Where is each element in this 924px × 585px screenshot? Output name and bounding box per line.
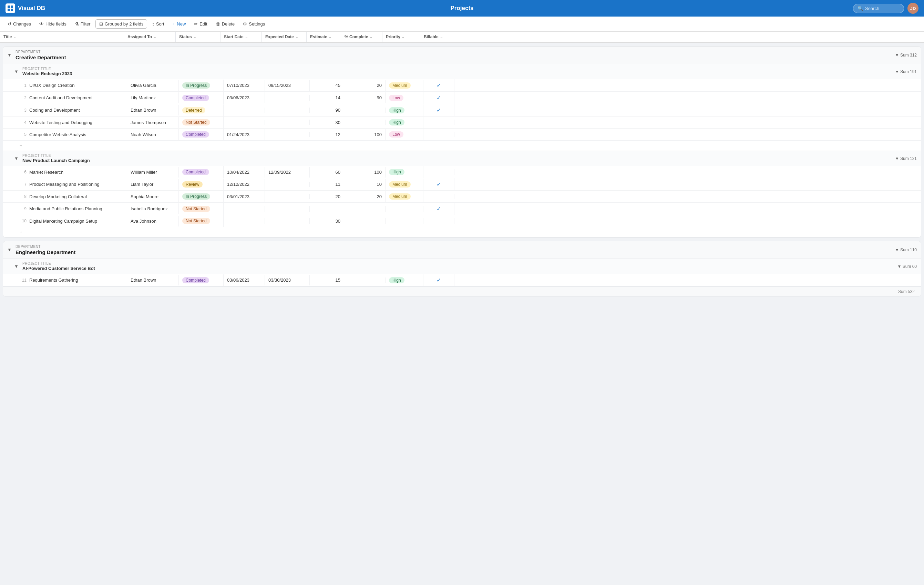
proj-name-launch: New Product Launch Campaign bbox=[22, 158, 90, 163]
col-header-complete[interactable]: % Complete ⌄ bbox=[341, 32, 383, 42]
dept-sum-engineering: ▼ Sum 110 bbox=[895, 248, 917, 252]
cell-status-3: Deferred bbox=[179, 104, 224, 116]
cell-estimate-9 bbox=[310, 206, 344, 212]
new-label: New bbox=[177, 21, 186, 26]
task-title-3: Coding and Development bbox=[29, 107, 80, 113]
col-header-assigned[interactable]: Assigned To ⌄ bbox=[124, 32, 176, 42]
settings-button[interactable]: ⚙ Settings bbox=[239, 20, 268, 28]
cell-complete-3 bbox=[344, 107, 386, 113]
col-header-title[interactable]: Title ⌄ bbox=[0, 32, 124, 42]
billable-check-9: ✓ bbox=[437, 205, 441, 212]
row-num-8: 8 bbox=[20, 194, 26, 199]
col-header-start[interactable]: Start Date ⌄ bbox=[221, 32, 262, 42]
cell-title-10: 10 Digital Marketing Campaign Setup bbox=[3, 216, 127, 226]
status-badge-10: Not Started bbox=[182, 218, 210, 224]
task-title-7: Product Messaging and Positioning bbox=[29, 182, 99, 187]
cell-expected-8 bbox=[265, 194, 310, 199]
cell-complete-4 bbox=[344, 120, 386, 125]
table-row: 11 Requirements Gathering Ethan Brown Co… bbox=[3, 274, 921, 286]
cell-billable-11: ✓ bbox=[423, 274, 454, 286]
table-row: 3 Coding and Development Ethan Brown Def… bbox=[3, 104, 921, 117]
cell-estimate-8: 20 bbox=[310, 191, 344, 202]
cell-status-4: Not Started bbox=[179, 117, 224, 128]
col-header-status[interactable]: Status ⌄ bbox=[176, 32, 221, 42]
project-header-launch: ▼ PROJECT TITLE New Product Launch Campa… bbox=[3, 151, 921, 166]
sort-label: Sort bbox=[156, 21, 164, 26]
column-headers: Title ⌄ Assigned To ⌄ Status ⌄ Start Dat… bbox=[0, 32, 924, 43]
billable-check-7: ✓ bbox=[437, 181, 441, 188]
project-group-website-redesign: ▼ PROJECT TITLE Website Redesign 2023 ▼ … bbox=[3, 64, 921, 151]
table-row: 2 Content Audit and Development Lily Mar… bbox=[3, 92, 921, 104]
group-button[interactable]: ⊞ Grouped by 2 fields bbox=[96, 19, 147, 29]
cell-billable-6 bbox=[423, 169, 454, 175]
col-priority-label: Priority bbox=[386, 35, 400, 39]
chevron-proj-ai[interactable]: ▼ bbox=[14, 264, 20, 269]
new-button[interactable]: + New bbox=[169, 20, 190, 28]
add-icon-launch: + bbox=[20, 230, 22, 235]
cell-billable-10 bbox=[423, 218, 454, 224]
cell-complete-5: 100 bbox=[344, 129, 386, 140]
cell-priority-6: High bbox=[386, 166, 423, 178]
status-badge-4: Not Started bbox=[182, 119, 210, 126]
chevron-proj-website[interactable]: ▼ bbox=[14, 69, 20, 74]
add-row-launch[interactable]: + bbox=[3, 227, 921, 237]
cell-billable-8 bbox=[423, 194, 454, 199]
changes-label: Changes bbox=[13, 21, 31, 26]
chevron-dept-engineering[interactable]: ▼ bbox=[7, 247, 13, 253]
priority-badge-7: Medium bbox=[389, 181, 411, 188]
changes-button[interactable]: ↺ Changes bbox=[4, 20, 35, 28]
eye-icon: 👁 bbox=[39, 21, 44, 26]
cell-expected-7 bbox=[265, 182, 310, 187]
row-num-1: 1 bbox=[20, 83, 26, 88]
delete-label: Delete bbox=[222, 21, 235, 26]
cell-priority-4: High bbox=[386, 117, 423, 128]
edit-icon: ✏ bbox=[194, 21, 198, 26]
table-container: Title ⌄ Assigned To ⌄ Status ⌄ Start Dat… bbox=[0, 32, 924, 585]
cell-complete-2: 90 bbox=[344, 93, 386, 103]
col-header-estimate[interactable]: Estimate ⌄ bbox=[307, 32, 341, 42]
col-header-priority[interactable]: Priority ⌄ bbox=[383, 32, 420, 42]
add-icon-website: + bbox=[20, 143, 22, 148]
cell-assigned-5: Noah Wilson bbox=[127, 129, 179, 140]
cell-expected-10 bbox=[265, 218, 310, 224]
cell-assigned-8: Sophia Moore bbox=[127, 191, 179, 202]
col-header-billable[interactable]: Billable ⌄ bbox=[420, 32, 451, 42]
dept-name-engineering: Engineering Department bbox=[15, 249, 76, 255]
chevron-proj-launch[interactable]: ▼ bbox=[14, 156, 20, 161]
group-icon: ⊞ bbox=[99, 21, 103, 26]
cell-priority-3: High bbox=[386, 104, 423, 116]
proj-name-website: Website Redesign 2023 bbox=[22, 71, 72, 76]
hide-fields-button[interactable]: 👁 Hide fields bbox=[36, 20, 70, 28]
dept-name-creative: Creative Department bbox=[15, 55, 66, 60]
chevron-dept-creative[interactable]: ▼ bbox=[7, 53, 13, 58]
edit-label: Edit bbox=[200, 21, 207, 26]
search-input[interactable] bbox=[865, 6, 899, 11]
search-box[interactable]: 🔍 bbox=[853, 4, 904, 13]
edit-button[interactable]: ✏ Edit bbox=[191, 20, 211, 28]
add-row-website[interactable]: + bbox=[3, 140, 921, 150]
row-num-2: 2 bbox=[20, 96, 26, 100]
cell-start-8: 03/01/2023 bbox=[224, 191, 265, 202]
table-row: 4 Website Testing and Debugging James Th… bbox=[3, 117, 921, 129]
delete-button[interactable]: 🗑 Delete bbox=[212, 20, 238, 28]
cell-expected-11: 03/30/2023 bbox=[265, 275, 310, 286]
col-header-expected[interactable]: Expected Date ⌄ bbox=[262, 32, 307, 42]
task-title-9: Media and Public Relations Planning bbox=[29, 206, 102, 212]
sort-estimate-icon: ⌄ bbox=[329, 35, 332, 39]
sort-status-icon: ⌄ bbox=[193, 35, 196, 39]
table-row: 10 Digital Marketing Campaign Setup Ava … bbox=[3, 215, 921, 227]
cell-start-5: 01/24/2023 bbox=[224, 129, 265, 140]
col-billable-label: Billable bbox=[424, 35, 439, 39]
dept-sum-creative: ▼ Sum 312 bbox=[895, 53, 917, 58]
proj-sum-launch: ▼ Sum 121 bbox=[895, 156, 917, 161]
filter-button[interactable]: ⚗ Filter bbox=[71, 20, 94, 28]
sort-button[interactable]: ↕ Sort bbox=[148, 20, 167, 28]
priority-badge-1: Medium bbox=[389, 83, 411, 89]
priority-badge-5: Low bbox=[389, 131, 403, 137]
project-group-ai-bot: ▼ PROJECT TITLE AI-Powered Customer Serv… bbox=[3, 259, 921, 287]
dept-header-engineering: ▼ DEPARTMENT Engineering Department ▼ Su… bbox=[3, 241, 921, 259]
cell-start-2: 03/06/2023 bbox=[224, 93, 265, 103]
row-num-5: 5 bbox=[20, 132, 26, 137]
cell-billable-4 bbox=[423, 120, 454, 125]
footer-sum-label: Sum 532 bbox=[898, 289, 917, 294]
